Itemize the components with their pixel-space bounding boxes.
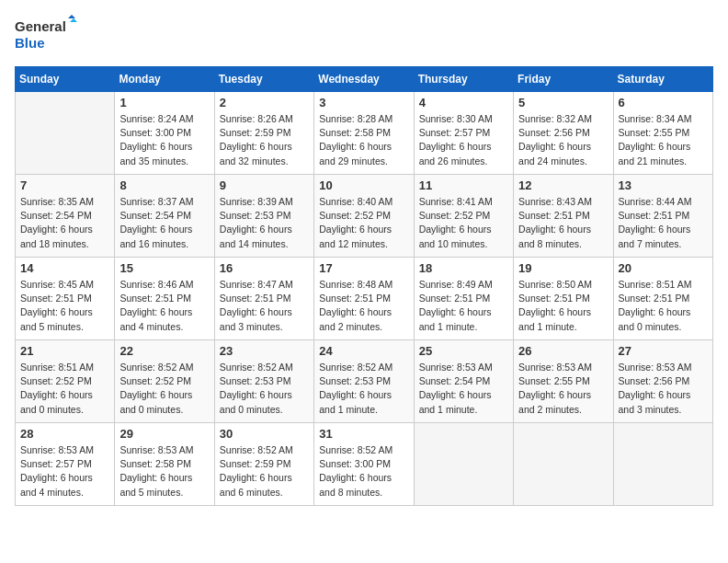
logo-svg: General Blue (15, 15, 79, 55)
calendar-cell: 17Sunrise: 8:48 AM Sunset: 2:51 PM Dayli… (314, 258, 414, 340)
day-number: 30 (220, 427, 309, 441)
day-number: 21 (20, 344, 109, 358)
calendar-week-2: 7Sunrise: 8:35 AM Sunset: 2:54 PM Daylig… (16, 175, 713, 258)
day-info: Sunrise: 8:41 AM Sunset: 2:52 PM Dayligh… (419, 195, 508, 251)
day-header-sunday: Sunday (16, 67, 115, 92)
day-info: Sunrise: 8:52 AM Sunset: 2:53 PM Dayligh… (319, 361, 408, 417)
day-number: 22 (119, 344, 209, 358)
calendar-cell (16, 92, 115, 175)
day-info: Sunrise: 8:45 AM Sunset: 2:51 PM Dayligh… (20, 278, 109, 334)
svg-text:General: General (15, 18, 66, 34)
day-number: 3 (319, 96, 408, 109)
day-header-wednesday: Wednesday (314, 67, 414, 92)
day-info: Sunrise: 8:44 AM Sunset: 2:51 PM Dayligh… (619, 195, 708, 251)
day-number: 15 (119, 261, 209, 275)
day-info: Sunrise: 8:53 AM Sunset: 2:55 PM Dayligh… (518, 361, 608, 417)
calendar-cell (613, 423, 712, 506)
calendar-cell: 5Sunrise: 8:32 AM Sunset: 2:56 PM Daylig… (514, 92, 613, 175)
day-number: 8 (119, 178, 209, 192)
day-info: Sunrise: 8:47 AM Sunset: 2:51 PM Dayligh… (220, 278, 309, 334)
svg-marker-3 (70, 18, 77, 22)
day-info: Sunrise: 8:53 AM Sunset: 2:56 PM Dayligh… (619, 361, 708, 417)
day-header-friday: Friday (514, 67, 613, 92)
day-number: 13 (619, 178, 708, 192)
day-info: Sunrise: 8:52 AM Sunset: 2:52 PM Dayligh… (119, 361, 209, 417)
calendar-cell: 1Sunrise: 8:24 AM Sunset: 3:00 PM Daylig… (115, 92, 214, 175)
day-info: Sunrise: 8:51 AM Sunset: 2:51 PM Dayligh… (619, 278, 708, 334)
calendar-cell: 6Sunrise: 8:34 AM Sunset: 2:55 PM Daylig… (613, 92, 712, 175)
day-info: Sunrise: 8:37 AM Sunset: 2:54 PM Dayligh… (119, 195, 209, 251)
calendar-cell: 25Sunrise: 8:53 AM Sunset: 2:54 PM Dayli… (414, 340, 513, 423)
calendar-cell: 18Sunrise: 8:49 AM Sunset: 2:51 PM Dayli… (414, 258, 513, 340)
calendar-cell: 11Sunrise: 8:41 AM Sunset: 2:52 PM Dayli… (414, 175, 513, 258)
calendar-cell: 26Sunrise: 8:53 AM Sunset: 2:55 PM Dayli… (514, 340, 613, 423)
day-info: Sunrise: 8:52 AM Sunset: 2:59 PM Dayligh… (220, 443, 309, 500)
calendar-cell: 10Sunrise: 8:40 AM Sunset: 2:52 PM Dayli… (314, 175, 414, 258)
calendar-cell: 31Sunrise: 8:52 AM Sunset: 3:00 PM Dayli… (314, 423, 414, 506)
page-header: General Blue (15, 15, 713, 55)
day-number: 12 (518, 178, 608, 192)
day-header-thursday: Thursday (414, 67, 513, 92)
calendar-header-row: SundayMondayTuesdayWednesdayThursdayFrid… (16, 67, 713, 92)
day-info: Sunrise: 8:34 AM Sunset: 2:55 PM Dayligh… (619, 112, 708, 168)
day-number: 14 (20, 261, 109, 275)
day-number: 2 (220, 96, 309, 109)
calendar-body: 1Sunrise: 8:24 AM Sunset: 3:00 PM Daylig… (16, 92, 713, 506)
calendar-cell: 27Sunrise: 8:53 AM Sunset: 2:56 PM Dayli… (613, 340, 712, 423)
day-number: 1 (119, 96, 209, 109)
day-number: 10 (319, 178, 408, 192)
day-header-tuesday: Tuesday (214, 67, 313, 92)
calendar-table: SundayMondayTuesdayWednesdayThursdayFrid… (15, 66, 713, 506)
calendar-cell: 2Sunrise: 8:26 AM Sunset: 2:59 PM Daylig… (214, 92, 313, 175)
day-info: Sunrise: 8:48 AM Sunset: 2:51 PM Dayligh… (319, 278, 408, 334)
day-info: Sunrise: 8:40 AM Sunset: 2:52 PM Dayligh… (319, 195, 408, 251)
calendar-cell (414, 423, 513, 506)
day-number: 19 (518, 261, 608, 275)
day-info: Sunrise: 8:30 AM Sunset: 2:57 PM Dayligh… (419, 112, 508, 168)
calendar-week-4: 21Sunrise: 8:51 AM Sunset: 2:52 PM Dayli… (16, 340, 713, 423)
day-number: 11 (419, 178, 508, 192)
day-number: 16 (220, 261, 309, 275)
day-info: Sunrise: 8:46 AM Sunset: 2:51 PM Dayligh… (119, 278, 209, 334)
day-number: 27 (619, 344, 708, 358)
day-number: 20 (619, 261, 708, 275)
day-info: Sunrise: 8:53 AM Sunset: 2:57 PM Dayligh… (20, 443, 109, 500)
day-number: 24 (319, 344, 408, 358)
day-number: 28 (20, 427, 109, 441)
calendar-cell: 23Sunrise: 8:52 AM Sunset: 2:53 PM Dayli… (214, 340, 313, 423)
calendar-cell: 20Sunrise: 8:51 AM Sunset: 2:51 PM Dayli… (613, 258, 712, 340)
day-info: Sunrise: 8:49 AM Sunset: 2:51 PM Dayligh… (419, 278, 508, 334)
day-info: Sunrise: 8:35 AM Sunset: 2:54 PM Dayligh… (20, 195, 109, 251)
day-info: Sunrise: 8:39 AM Sunset: 2:53 PM Dayligh… (220, 195, 309, 251)
calendar-cell: 9Sunrise: 8:39 AM Sunset: 2:53 PM Daylig… (214, 175, 313, 258)
day-info: Sunrise: 8:51 AM Sunset: 2:52 PM Dayligh… (20, 361, 109, 417)
calendar-cell: 30Sunrise: 8:52 AM Sunset: 2:59 PM Dayli… (214, 423, 313, 506)
day-number: 6 (619, 96, 708, 109)
day-number: 29 (119, 427, 209, 441)
day-header-monday: Monday (115, 67, 214, 92)
calendar-cell: 3Sunrise: 8:28 AM Sunset: 2:58 PM Daylig… (314, 92, 414, 175)
calendar-cell: 19Sunrise: 8:50 AM Sunset: 2:51 PM Dayli… (514, 258, 613, 340)
calendar-cell: 14Sunrise: 8:45 AM Sunset: 2:51 PM Dayli… (16, 258, 115, 340)
calendar-cell: 21Sunrise: 8:51 AM Sunset: 2:52 PM Dayli… (16, 340, 115, 423)
day-number: 9 (220, 178, 309, 192)
calendar-cell (514, 423, 613, 506)
svg-marker-2 (68, 15, 75, 18)
calendar-cell: 22Sunrise: 8:52 AM Sunset: 2:52 PM Dayli… (115, 340, 214, 423)
calendar-cell: 8Sunrise: 8:37 AM Sunset: 2:54 PM Daylig… (115, 175, 214, 258)
svg-text:Blue: Blue (15, 35, 45, 51)
day-number: 17 (319, 261, 408, 275)
day-number: 25 (419, 344, 508, 358)
day-info: Sunrise: 8:26 AM Sunset: 2:59 PM Dayligh… (220, 112, 309, 168)
calendar-cell: 24Sunrise: 8:52 AM Sunset: 2:53 PM Dayli… (314, 340, 414, 423)
calendar-cell: 4Sunrise: 8:30 AM Sunset: 2:57 PM Daylig… (414, 92, 513, 175)
calendar-week-3: 14Sunrise: 8:45 AM Sunset: 2:51 PM Dayli… (16, 258, 713, 340)
day-number: 7 (20, 178, 109, 192)
day-number: 26 (518, 344, 608, 358)
day-info: Sunrise: 8:52 AM Sunset: 3:00 PM Dayligh… (319, 443, 408, 500)
day-info: Sunrise: 8:43 AM Sunset: 2:51 PM Dayligh… (518, 195, 608, 251)
day-info: Sunrise: 8:24 AM Sunset: 3:00 PM Dayligh… (119, 112, 209, 168)
calendar-cell: 29Sunrise: 8:53 AM Sunset: 2:58 PM Dayli… (115, 423, 214, 506)
day-info: Sunrise: 8:50 AM Sunset: 2:51 PM Dayligh… (518, 278, 608, 334)
day-header-saturday: Saturday (613, 67, 712, 92)
